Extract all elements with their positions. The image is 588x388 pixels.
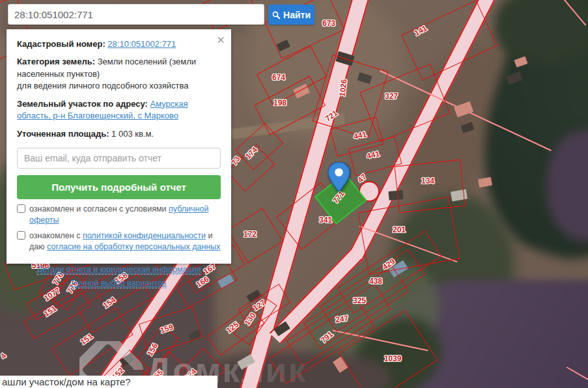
address-label: Земельный участок по адресу: (17, 99, 148, 109)
bottom-question-bar[interactable]: ашли участок/дом на карте? (0, 376, 217, 388)
manual-choice-link[interactable]: Ручной выбор вариантов (72, 279, 167, 288)
land-category-label: Категория земель: (17, 57, 95, 66)
cadastral-number-link[interactable]: 28:10:051002:771 (107, 39, 176, 49)
parcel-number-label: 325 (353, 296, 366, 305)
email-input[interactable] (17, 148, 221, 169)
legal-links: Детали отчета и юридическая информация Р… (17, 263, 221, 291)
parcel-number-label: 673 (322, 19, 335, 28)
search-button-label: Найти (283, 10, 311, 20)
screenshot-stage: 6731416741981026327721441441134477713412… (0, 0, 588, 388)
parcel-number-label: 341 (319, 215, 332, 225)
cadastral-number-label: Кадастровый номер: (17, 39, 105, 49)
parcel-number-label: 134 (421, 176, 434, 186)
parcel-number-label: 247 (335, 314, 349, 325)
area-row: Уточненная площадь: 1 003 кв.м. (17, 128, 221, 140)
privacy-consent-checkbox[interactable] (17, 231, 25, 240)
personal-data-link[interactable]: согласие на обработку персональных данны… (47, 242, 220, 251)
search-icon (272, 10, 280, 20)
privacy-consent-row: ознакомлен с политикой конфиденциальност… (17, 230, 221, 253)
location-pin-icon (328, 162, 350, 194)
report-details-link[interactable]: Детали отчета и юридическая информация (37, 265, 201, 275)
parcel-number-label: 201 (393, 225, 406, 234)
area-label: Уточненная площадь: (17, 129, 109, 139)
area-value: 1 003 кв.м. (111, 129, 154, 139)
land-usage-value: для ведения личного подсобного хозяйства (17, 81, 189, 90)
parcel-number-label: 1039 (384, 354, 402, 363)
parcel-number-label: 172 (244, 230, 257, 239)
parcel-number-label: 327 (385, 92, 398, 101)
cadastral-number-row: Кадастровый номер: 28:10:051002:771 (17, 38, 221, 50)
privacy-policy-link[interactable]: политикой конфиденциальности (83, 231, 206, 240)
parcel-number-label: 674 (272, 73, 285, 82)
parcel-number-label: 438 (369, 277, 382, 286)
address-row: Земельный участок по адресу: Амурская об… (17, 98, 221, 122)
offer-consent-row: ознакомлен и согласен с условиями публич… (17, 204, 221, 226)
offer-consent-checkbox[interactable] (17, 204, 25, 213)
parcel-info-panel: × Кадастровый номер: 28:10:051002:771 Ка… (7, 29, 231, 264)
cadastral-search-input[interactable] (8, 4, 264, 25)
offer-consent-text: ознакомлен и согласен с условиями публич… (29, 204, 221, 226)
parcel-number-label: 198 (273, 98, 287, 107)
close-icon[interactable]: × (217, 33, 225, 46)
land-category-row: Категория земель: Земли поселений (земли… (17, 56, 221, 92)
privacy-consent-text: ознакомлен с политикой конфиденциальност… (29, 230, 221, 253)
get-report-button[interactable]: Получить подробный отчет (17, 175, 221, 199)
search-button[interactable]: Найти (268, 5, 315, 25)
